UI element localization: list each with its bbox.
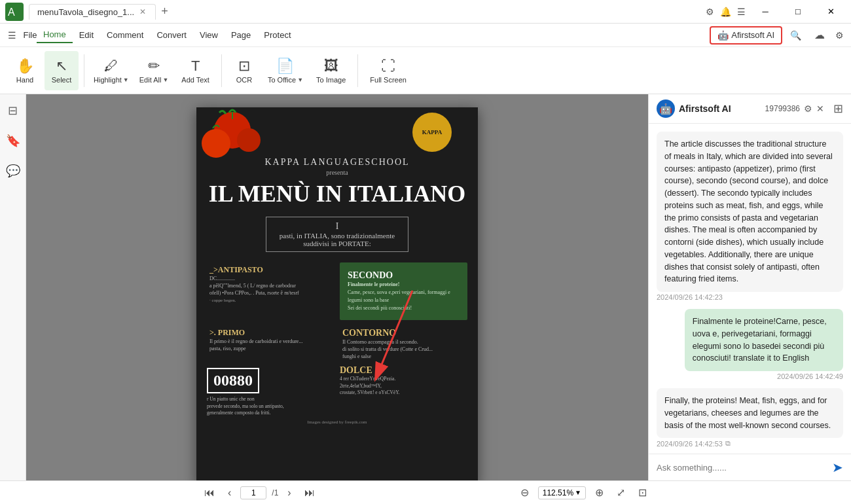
edit-all-caret: ▼ [162,77,168,83]
new-tab-button[interactable]: + [157,5,172,18]
user-message-1: Finalmente le proteine!Carne, pesce, uov… [657,309,843,380]
conversation-settings-icon[interactable]: ⚙ [804,103,812,114]
sidebar-toggle[interactable]: ☰ [5,29,18,42]
ai-panel-header: 🤖 Afirstsoft AI 19799386 ⚙ ✕ ⊞ [649,94,851,124]
page-last-button[interactable]: ⏭ [300,486,319,500]
ai-panel-title: Afirstsoft AI [679,103,731,114]
to-image-tool-button[interactable]: 🖼 To Image [310,51,352,90]
bot-bubble-1: The article discusses the traditional st… [657,132,843,292]
menu-protect[interactable]: Protect [257,27,297,43]
page-input[interactable] [240,486,266,499]
settings2-icon[interactable]: ⚙ [833,29,846,42]
ai-input-field[interactable] [657,463,827,473]
zoom-level-display[interactable]: 112.51% ▼ [538,486,586,499]
copy-icon[interactable]: ⧉ [725,439,731,448]
minimize-button[interactable]: ─ [750,0,780,24]
dolce-text: 4 rer ChTudereYnveQPezia.2trte,4elatY,bu… [340,376,467,397]
fit-page-button[interactable]: ⊡ [634,485,651,500]
add-text-tool-button[interactable]: T Add Text [175,51,216,90]
close-button[interactable]: ✕ [816,0,846,24]
cloud-button[interactable]: ☁ [809,26,830,44]
ai-header-right: 19799386 ⚙ ✕ ⊞ [765,101,843,116]
maximize-button[interactable]: □ [783,0,813,24]
subtitle3: suddivisi in PORTATE: [280,240,395,247]
toolbar-divider3 [357,54,358,87]
fullscreen-tool-button[interactable]: ⛶ Full Screen [363,51,413,90]
user-message-1-time: 2024/09/26 14:42:49 [777,372,843,380]
bot-message-2-time: 2024/09/26 14:42:53 ⧉ [657,439,843,448]
bot-message-1-time: 2024/09/26 14:42:23 [657,293,843,301]
highlight-tool-button[interactable]: 🖊 Highlight ▼ [90,51,133,90]
bell-icon[interactable]: 🔔 [719,5,732,18]
menu-icon[interactable]: ☰ [734,5,748,18]
tab-close-button[interactable]: ✕ [138,7,147,16]
to-office-tool-button[interactable]: 📄 To Office ▼ [264,51,307,90]
app-logo: A [5,3,24,21]
primo-label: >. PRIMO [209,328,332,338]
antipasto-label: _>ANTIPASTO [209,265,332,275]
settings-icon[interactable]: ⚙ [703,5,716,18]
pdf-viewer[interactable]: KAPPA KAPPA LANGUAGESCHOOL presenta IL M… [26,94,648,480]
toolbar-divider2 [221,54,222,87]
toolbar-divider [84,54,84,87]
send-button[interactable]: ➤ [832,459,843,475]
contorno-section: CONTORNO Il Contorno accompagna il secon… [340,325,467,363]
menu-page[interactable]: Page [225,27,257,43]
search-button[interactable]: 🔍 [785,27,806,43]
ocr-tool-button[interactable]: ⊡ OCR [227,51,261,90]
page-prev-button[interactable]: ‹ [224,486,235,500]
ai-avatar: 🤖 [657,99,675,118]
page-next-button[interactable]: › [283,486,295,500]
subtitle2: pasti, in ITALIA, sono tradizionalmente [280,232,395,240]
sidebar-bookmark-icon[interactable]: 🔖 [2,130,24,152]
secondo-label: SECONDO [348,270,460,281]
menu-comment[interactable]: Comment [100,27,150,43]
primo-section: >. PRIMO Il primo è il regno de carboidr… [207,325,335,363]
main-area: ⊟ 🔖 💬 KAPPA [0,94,851,480]
conversation-close-icon[interactable]: ✕ [816,103,824,114]
menu-home[interactable]: Home [37,27,73,43]
active-tab[interactable]: menuTavola_disegno_1... ✕ [29,4,156,20]
fullscreen-icon: ⛶ [381,58,395,75]
bot-bubble-2: Finally, the proteins! Meat, fish, eggs,… [657,388,843,438]
secondo-text3: Sei dei secondi più conosciuti! [348,304,460,312]
menu-convert[interactable]: Convert [150,27,193,43]
tomato-decoration [196,107,281,173]
subtitle-box: I pasti, in ITALIA, sono tradizionalment… [266,217,408,252]
contorno-label: CONTORNO [342,328,465,338]
sidebar-comment-icon[interactable]: 💬 [2,160,24,182]
dolce-section: DOLCE 4 rer ChTudereYnveQPezia.2trte,4el… [340,365,467,417]
toolbar: ✋ Hand ↖ Select 🖊 Highlight ▼ ✏ Edit All… [0,47,851,94]
tab-area: menuTavola_disegno_1... ✕ + [29,4,703,20]
svg-point-4 [237,128,261,152]
ai-panel: 🤖 Afirstsoft AI 19799386 ⚙ ✕ ⊞ The artic… [648,94,851,480]
highlight-caret: ▼ [123,77,129,83]
menu-edit[interactable]: Edit [73,27,100,43]
secondo-section: SECONDO Finalmente le proteine! Carne, p… [340,262,467,320]
select-tool-button[interactable]: ↖ Select [45,51,79,90]
price-section: 00880 r Un piatto unic che nonprevede se… [207,365,335,417]
ai-input-area: ➤ [649,454,851,480]
to-image-icon: 🖼 [324,58,338,75]
edit-all-tool-button[interactable]: ✏ Edit All ▼ [136,51,173,90]
tab-label: menuTavola_disegno_1... [37,7,134,17]
bottom-section: 00880 r Un piatto unic che nonprevede se… [207,365,467,417]
menu-view[interactable]: View [193,27,225,43]
zoom-caret: ▼ [575,489,581,496]
antipasto-text: DC.............. a pêlQ""lmend, 5 ( L/ r… [209,275,332,304]
file-menu-item[interactable]: File [24,29,37,42]
secondo-text1: Finalmente le proteine! [348,281,460,289]
ai-button[interactable]: 🤖 Afirstsoft AI [710,26,782,45]
sidebar-thumbnail-icon[interactable]: ⊟ [4,99,22,122]
hand-tool-button[interactable]: ✋ Hand [8,51,42,90]
to-office-caret: ▼ [297,77,303,83]
menu-grid: _>ANTIPASTO DC.............. a pêlQ""lme… [207,262,467,363]
zoom-in-button[interactable]: ⊕ [591,485,607,500]
fit-width-button[interactable]: ⤢ [613,485,629,500]
page-first-button[interactable]: ⏮ [200,486,219,500]
panel-expand-icon[interactable]: ⊞ [833,101,843,116]
bottom-bar: ⏮ ‹ /1 › ⏭ ⊖ 112.51% ▼ ⊕ ⤢ ⊡ [0,480,851,504]
ai-avatar-icon: 🤖 [659,103,672,115]
edit-all-icon: ✏ [148,58,160,75]
zoom-out-button[interactable]: ⊖ [516,485,533,500]
